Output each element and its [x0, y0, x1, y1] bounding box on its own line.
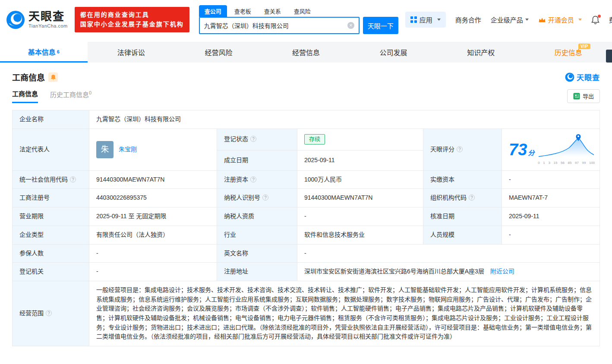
paid-capital-value: -: [502, 170, 600, 189]
chevron-down-icon: [578, 19, 582, 21]
score-unit: 分: [528, 149, 534, 157]
menu-open-vip[interactable]: 开通会员: [538, 15, 582, 24]
help-icon[interactable]: [46, 310, 52, 316]
watermark-logo-text: 天眼查: [577, 72, 600, 82]
reg-status-label: 登记状态: [224, 135, 248, 142]
excel-icon: [573, 93, 580, 100]
user-menu[interactable]: 费米: [609, 15, 612, 24]
subtab-business-info[interactable]: 工商信息: [12, 89, 38, 103]
tab-legal-proceedings[interactable]: 法律诉讼: [88, 42, 175, 63]
search-box: ×: [199, 17, 360, 34]
menu-enterprise-products-label: 企业级产品: [491, 15, 523, 24]
business-term-value: 2025-09-11 至 无固定期限: [89, 207, 217, 226]
notification-bell[interactable]: [591, 16, 599, 24]
help-icon[interactable]: [250, 176, 256, 182]
table-row: 经营范围 一般经营项目是：集成电路设计；技术服务、技术开发、技术咨询、技术交流、…: [13, 281, 600, 346]
business-info-table: 企业名称 九霄智芯（深圳）科技有限公司 法定代表人 朱 朱宝刚 登记状态 存续: [12, 110, 600, 346]
main-content: 工商信息 天眼查 工商信息 历史工商信息0: [0, 71, 612, 346]
staff-size-label: 人员规模: [423, 226, 502, 244]
company-name-value: 九霄智芯（深圳）科技有限公司: [89, 110, 600, 129]
tab-basic-info[interactable]: 基本信息 6: [0, 42, 88, 63]
promo-line-1: 都在用的商业查询工具: [80, 10, 184, 20]
table-row: 营业期限 2025-09-11 至 无固定期限 纳税人资质 - 核准日期 202…: [13, 207, 600, 226]
score-value-group: 73分: [509, 141, 534, 158]
tab-basic-info-count: 6: [57, 49, 60, 54]
brand-domain: TianYanCha.com: [28, 23, 68, 28]
legal-rep-label: 法定代表人: [13, 129, 89, 170]
tab-intellectual-property-label: 知识产权: [467, 47, 495, 57]
credit-code-label-cell: 统一社会信用代码: [13, 170, 89, 189]
legal-rep-avatar[interactable]: 朱: [96, 141, 114, 158]
tab-intellectual-property[interactable]: 知识产权: [437, 42, 525, 63]
chevron-down-icon: [437, 19, 441, 21]
table-row: 登记机关 - 注册地址 深圳市宝安区新安街道海滨社区宝兴路6号海纳百川总部大厦A…: [13, 263, 600, 281]
reg-authority-label: 登记机关: [13, 263, 89, 281]
score-value: 73: [509, 141, 527, 159]
clear-search-icon[interactable]: ×: [347, 22, 354, 29]
approval-date-value: 2025-09-11: [502, 207, 600, 226]
reg-capital-label-cell: 注册资本: [217, 170, 297, 189]
tab-operating-info[interactable]: 经营信息: [262, 42, 350, 63]
insured-count-value: -: [89, 244, 217, 263]
credit-code-value: 91440300MAEWN7AT7N: [89, 170, 217, 189]
section-title: 工商信息: [12, 71, 45, 83]
search-button[interactable]: 天眼一下: [363, 17, 398, 34]
section-header: 工商信息 天眼查: [12, 71, 600, 83]
business-scope-label: 经营范围: [19, 310, 44, 317]
search-tab-relation[interactable]: 查关系: [259, 5, 287, 17]
subtab-history-count: 0: [89, 90, 91, 95]
company-type-value: 有限责任公司（法人独资）: [89, 226, 217, 244]
tab-company-development[interactable]: 公司发展: [350, 42, 437, 63]
tianyancha-logo-icon: [565, 72, 574, 82]
nearby-companies-link[interactable]: 附近公司: [490, 268, 514, 275]
tianyancha-logo[interactable]: 天眼查 TianYanCha.com: [6, 10, 68, 29]
help-icon[interactable]: [250, 136, 256, 142]
table-row: 统一社会信用代码 91440300MAEWN7AT7N 注册资本 1000万人民…: [13, 170, 600, 189]
taxpayer-id-value: 91440300MAEWN7AT7N: [297, 189, 423, 207]
vip-badge: VIP: [578, 44, 590, 49]
paid-capital-label: 实缴资本: [423, 170, 502, 189]
subscribe-bell-icon[interactable]: [48, 72, 58, 82]
floating-side-widget[interactable]: [606, 50, 612, 63]
company-name-label: 企业名称: [13, 110, 89, 129]
score-chart: 0131556859799100: [538, 133, 595, 166]
menu-enterprise-products[interactable]: 企业级产品: [491, 15, 529, 24]
address-label: 注册地址: [217, 263, 297, 281]
export-button[interactable]: 导出: [567, 89, 600, 103]
search-input[interactable]: [204, 22, 347, 29]
search-tab-boss[interactable]: 查老板: [229, 5, 257, 17]
apps-menu[interactable]: 应用: [405, 12, 446, 28]
english-name-value: -: [297, 244, 600, 263]
tianyancha-logo-icon: [6, 10, 25, 29]
search-tab-risk[interactable]: 查风险: [288, 5, 316, 17]
reg-capital-label: 注册资本: [224, 176, 248, 183]
table-row: 参保人数 - 英文名称 -: [13, 244, 600, 263]
legal-rep-link[interactable]: 朱宝刚: [119, 145, 137, 154]
subtab-history-business-info[interactable]: 历史工商信息0: [50, 90, 91, 103]
tab-history-info[interactable]: 历史信息 VIP: [524, 42, 612, 63]
brand-name: 天眼查: [28, 11, 68, 22]
org-code-label: 组织机构代码: [430, 194, 467, 201]
search-tab-company[interactable]: 查公司: [199, 5, 227, 17]
help-icon[interactable]: [457, 146, 463, 152]
org-code-value: MAEWN7AT-7: [502, 189, 600, 207]
tab-operating-risk[interactable]: 经营风险: [175, 42, 262, 63]
menu-business-coop-label: 商务合作: [455, 15, 481, 24]
user-name: 费米: [609, 15, 612, 24]
reg-authority-value: -: [89, 263, 217, 281]
score-label: 天眼评分: [430, 146, 454, 153]
org-code-label-cell: 组织机构代码: [423, 189, 502, 207]
score-curve-chart: [538, 133, 595, 157]
menu-business-coop[interactable]: 商务合作: [455, 15, 481, 24]
help-icon[interactable]: [469, 195, 475, 201]
staff-size-value: -: [502, 226, 600, 244]
established-label: 成立日期: [217, 150, 297, 170]
subtabs-row: 工商信息 历史工商信息0 导出: [12, 89, 600, 103]
help-icon[interactable]: [262, 195, 268, 201]
help-icon[interactable]: [70, 176, 76, 182]
table-row: 企业名称 九霄智芯（深圳）科技有限公司: [13, 110, 600, 129]
score-axis-ticks: 0131556859799100: [538, 160, 595, 166]
taxpayer-quality-value: -: [297, 207, 423, 226]
industry-label: 行业: [217, 226, 297, 244]
table-row: 工商注册号 440300226895375 纳税人识别号 91440300MAE…: [13, 189, 600, 207]
